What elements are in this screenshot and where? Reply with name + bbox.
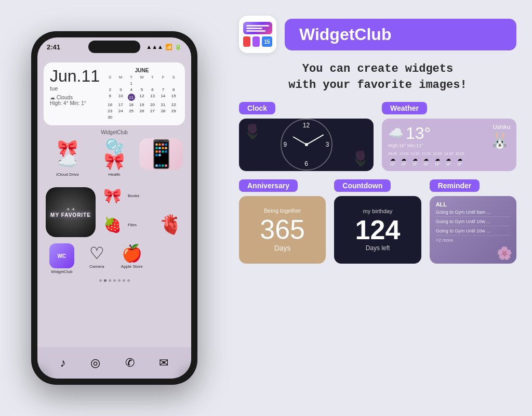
weather-section: Weather ☁️ 13° High:16° Min:12° Ushiku 🐰	[382, 102, 516, 171]
reminder-more: +2 more	[436, 238, 510, 243]
weather-temp: 13°	[406, 124, 431, 143]
reminder-preview: ALL Going to Gym Until 8am ... Going to …	[430, 196, 516, 264]
clock-num-6: 6	[304, 160, 308, 167]
countdown-section: Countdown my birthday 124 Days left	[334, 179, 421, 264]
anniversary-badge: Anniversary	[239, 179, 298, 192]
clock-badge: Clock	[239, 102, 275, 114]
forecast-0900: 09:00 ☁ 13°	[388, 152, 397, 166]
notch-pill	[88, 41, 140, 53]
weather-badge: Weather	[382, 102, 427, 114]
logo-bottom: 15	[243, 36, 272, 47]
cal-grid: S M T W T F S 1	[105, 74, 179, 120]
app-camera[interactable]: ♡ Camera	[81, 243, 113, 274]
status-icons: ▲▲▲ 📶 🔋	[146, 44, 182, 50]
phone-frame: 2:41 ▲▲▲ 📶 🔋 Jun.11 tue ☁ Clouds	[31, 31, 197, 385]
widget-top-row: Clock 🌷 🌷 12 3 6 9 Weather	[239, 102, 516, 171]
weather-right: Ushiku 🐰	[489, 124, 510, 150]
favorite-widget[interactable]: ✦ ✦ MY FAVORITE	[46, 187, 96, 237]
status-time: 2:41	[47, 43, 60, 51]
forecast-1500: 15:00 ☁ 16°	[455, 152, 464, 166]
cd-title: my birthday	[363, 208, 393, 214]
phone-content: Jun.11 tue ☁ Clouds High: 4° Min: 1° JUN…	[37, 37, 191, 379]
dock-safari[interactable]: ◎	[90, 356, 100, 370]
forecast-1300: 13:00 ☁ 16°	[433, 152, 442, 166]
app-books[interactable]: 🎀 Books	[100, 183, 154, 208]
app-logo: 15	[239, 16, 276, 53]
clock-center	[305, 143, 308, 146]
forecast-1100: 11:00 ☁ 15°	[410, 152, 420, 166]
clock-hour-hand	[292, 136, 307, 145]
anniversary-section: Anniversary Being together 365 Days	[239, 179, 326, 264]
widgetclub-icon[interactable]: 🫀	[158, 212, 183, 237]
forecast-1200: 12:00 ☁ 16°	[422, 152, 431, 166]
app-files[interactable]: 🍓 Files	[100, 212, 154, 237]
ann-number: 365	[260, 216, 305, 243]
app-widgetclub-bottom[interactable]: WC WidgetClub	[46, 243, 78, 274]
tagline-line2: with your favorite images!	[239, 77, 516, 94]
widgetclub-label: WidgetClub	[37, 129, 191, 135]
calendar-left: Jun.11 tue ☁ Clouds High: 4° Min: 1°	[50, 68, 100, 120]
ann-unit: Days	[274, 244, 291, 252]
app-icloud[interactable]: ☁️ iCloud Drive	[46, 151, 89, 177]
phone-screen: 2:41 ▲▲▲ 📶 🔋 Jun.11 tue ☁ Clouds	[37, 37, 191, 379]
widget-bottom-row: Anniversary Being together 365 Days Coun…	[239, 179, 516, 264]
widget-pink-phone[interactable]: 📱	[139, 138, 183, 170]
clock-num-3: 3	[326, 141, 329, 148]
signal-icon: ▲▲▲	[146, 44, 163, 50]
logo-badge: 15	[262, 36, 272, 47]
clock-section: Clock 🌷 🌷 12 3 6 9	[239, 102, 374, 171]
books-files-column: 🎀 Books 🍓 Files	[100, 183, 154, 237]
cd-number: 124	[355, 216, 401, 243]
dock-mail[interactable]: ✉	[159, 356, 168, 370]
forecast-1000: 10:00 ☁ 14°	[400, 152, 409, 166]
reminder-flowers-icon: 🌸	[497, 246, 512, 261]
clock-num-12: 12	[303, 122, 310, 129]
reminder-item-1: Going to Gym Until 10w ...	[436, 219, 510, 226]
clock-minute-hand	[306, 134, 324, 145]
ann-subtitle: Being together	[264, 207, 301, 214]
cal-month: JUNE	[105, 68, 179, 73]
logo-lines	[243, 22, 272, 34]
cal-weather: ☁ Clouds High: 4° Min: 1°	[50, 95, 100, 106]
tagline: You can create widgets with your favorit…	[239, 61, 516, 94]
logo-sq-red	[243, 36, 250, 47]
app-name-banner: WidgetClub	[285, 19, 516, 50]
countdown-badge: Countdown	[334, 179, 391, 192]
calendar-right: JUNE S M T W T F S 1	[105, 68, 179, 120]
cd-unit: Days left	[366, 244, 390, 252]
weather-top-row: ☁️ 13° High:16° Min:12° Ushiku 🐰	[388, 124, 510, 150]
weather-high-low: High:16° Min:12°	[388, 143, 431, 148]
calendar-widget: Jun.11 tue ☁ Clouds High: 4° Min: 1° JUN…	[44, 62, 185, 125]
logo-sq-purple	[252, 36, 260, 47]
wifi-icon: 📶	[165, 44, 172, 50]
app-name: WidgetClub	[299, 25, 391, 44]
dock-music[interactable]: ♪	[60, 356, 66, 370]
dock-phone[interactable]: ✆	[125, 356, 135, 370]
battery-icon: 🔋	[175, 44, 182, 50]
clock-preview: 🌷 🌷 12 3 6 9	[239, 119, 374, 171]
reminder-section: Reminder ALL Going to Gym Until 8am ... …	[430, 179, 516, 264]
tagline-line1: You can create widgets	[239, 61, 516, 77]
cal-date: Jun.11	[50, 68, 100, 84]
reminder-badge: Reminder	[430, 179, 480, 192]
app-grid-bottom: WC WidgetClub ♡ Camera 🍎 Apple Store	[37, 241, 191, 276]
page-dots	[37, 279, 191, 282]
weather-forecast: 09:00 ☁ 13° 10:00 ☁ 14° 11:00 ☁ 15°	[388, 152, 510, 166]
clock-num-9: 9	[284, 141, 287, 148]
right-panel: 15 WidgetClub You can create widgets wit…	[229, 0, 532, 416]
weather-preview: ☁️ 13° High:16° Min:12° Ushiku 🐰 09:00 ☁	[382, 119, 516, 171]
app-header: 15 WidgetClub	[239, 16, 516, 53]
cal-day: tue	[50, 85, 100, 92]
app-health[interactable]: 🎀 Health	[92, 151, 136, 177]
clock-face: 12 3 6 9	[281, 119, 332, 171]
app-grid-row3: ✦ ✦ MY FAVORITE 🎀 Books 🍓 Files	[37, 181, 191, 239]
status-bar: 2:41 ▲▲▲ 📶 🔋	[37, 37, 191, 56]
anniversary-preview: Being together 365 Days	[239, 196, 326, 264]
favorite-text: MY FAVORITE	[50, 212, 91, 218]
weather-bunny: 🐰	[489, 130, 510, 150]
reminder-item-0: Going to Gym Until 8am ...	[436, 210, 510, 217]
forecast-1400: 14:00 ☁ 16°	[444, 152, 454, 166]
app-apple-store[interactable]: 🍎 Apple Store	[116, 243, 148, 274]
reminder-all: ALL	[436, 201, 510, 207]
weather-temp-row: ☁️ 13°	[388, 124, 431, 143]
